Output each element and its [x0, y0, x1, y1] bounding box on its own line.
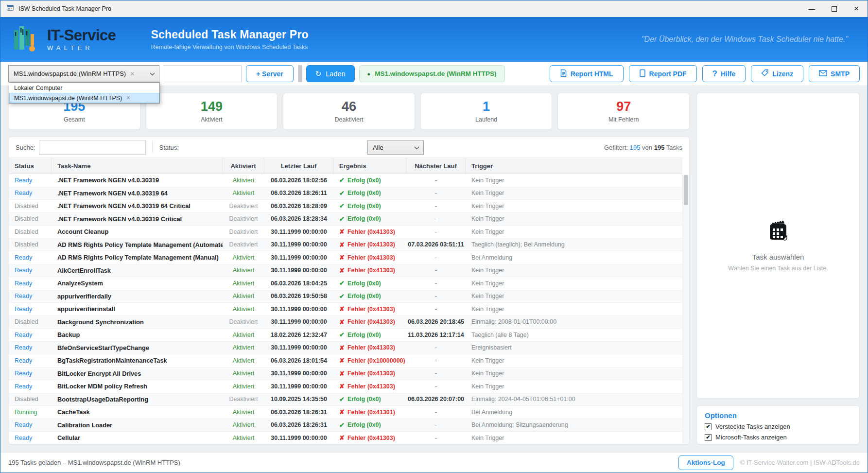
table-row[interactable]: RunningCacheTaskAktiviert06.03.2026 18:2… — [9, 406, 682, 419]
task-result: ✘Fehler (0x41303) — [333, 228, 406, 235]
task-result: ✔Erfolg (0x0) — [333, 190, 406, 197]
remove-server-icon[interactable]: ✕ — [130, 70, 135, 77]
checkbox-versteckte-tasks-anzeigen[interactable]: ✔ — [705, 423, 712, 430]
new-server-input[interactable] — [164, 65, 242, 82]
close-icon[interactable]: × — [845, 0, 868, 17]
task-next-run: - — [406, 435, 466, 441]
task-status: Ready — [9, 190, 52, 196]
table-row[interactable]: ReadyAnalyzeSystemAktiviert06.03.2026 18… — [9, 277, 682, 290]
minimize-icon[interactable]: — — [800, 0, 823, 17]
server-combobox[interactable]: MS1.windowspapst.de (WinRM HTTPS) ✕ — [8, 65, 159, 82]
smtp-label: SMTP — [831, 70, 850, 78]
task-result-text: Fehler (0x41303) — [347, 267, 395, 274]
column-header-task-name[interactable]: Task-Name — [52, 158, 223, 174]
remove-server-icon[interactable]: ✕ — [126, 95, 130, 101]
table-row[interactable]: ReadyBgTaskRegistrationMaintenanceTaskAk… — [9, 354, 682, 368]
stat-value: 149 — [201, 100, 223, 113]
task-last-run: 30.11.1999 00:00:00 — [264, 254, 333, 261]
table-row[interactable]: ReadyCalibration LoaderAktiviert06.03.20… — [9, 419, 682, 432]
status-filter-value: Alle — [373, 144, 383, 151]
table-row[interactable]: DisabledBackground SynchronizationDeakti… — [9, 316, 682, 329]
task-enabled: Aktiviert — [223, 332, 264, 338]
task-result-text: Fehler (0x41303) — [347, 254, 395, 261]
table-row[interactable]: Disabled.NET Framework NGEN v4.0.30319 6… — [9, 200, 682, 213]
task-next-run: - — [406, 370, 466, 377]
smtp-button[interactable]: SMTP — [809, 65, 860, 82]
task-result-text: Fehler (0x41303) — [347, 435, 395, 441]
task-status: Ready — [9, 383, 52, 390]
table-row[interactable]: Ready.NET Framework NGEN v4.0.30319Aktiv… — [9, 174, 682, 187]
table-row[interactable]: ReadyBackupAktiviert18.02.2026 12:32:47✔… — [9, 329, 682, 342]
table-row[interactable]: DisabledAccount CleanupDeaktiviert30.11.… — [9, 226, 682, 239]
add-server-button[interactable]: + Server — [246, 65, 294, 82]
task-name: BitLocker MDM policy Refresh — [52, 383, 223, 390]
task-name: .NET Framework NGEN v4.0.30319 64 Critic… — [52, 202, 223, 210]
table-row[interactable]: ReadyAikCertEnrollTaskAktiviert30.11.199… — [9, 264, 682, 278]
error-cross-icon: ✘ — [339, 318, 345, 326]
task-result-text: Fehler (0x41301) — [347, 409, 395, 416]
statusbar-text: 195 Tasks geladen – MS1.windowspapst.de … — [8, 459, 180, 466]
task-result: ✘Fehler (0x10000000) — [333, 357, 406, 364]
task-next-run: - — [406, 228, 466, 235]
task-result-text: Erfolg (0x0) — [347, 280, 381, 287]
table-row[interactable]: Ready.NET Framework NGEN v4.0.30319 64Ak… — [9, 187, 682, 200]
success-check-icon: ✔ — [339, 202, 345, 210]
task-result: ✘Fehler (0x41301) — [333, 408, 406, 416]
scrollbar-thumb[interactable] — [684, 175, 688, 205]
task-enabled: Deaktiviert — [223, 396, 264, 403]
table-row[interactable]: DisabledBootstrapUsageDataReportingDeakt… — [9, 393, 682, 406]
task-detail-panel: Task auswählen Wählen Sie einen Task aus… — [696, 93, 860, 399]
logo-building-icon — [12, 23, 41, 55]
status-filter-select[interactable]: Alle — [367, 140, 424, 155]
task-trigger: Einmalig: 2024-04-05T01:06:51+01:00 — [466, 396, 682, 403]
lizenz-button[interactable]: Lizenz — [751, 65, 803, 82]
vertical-scrollbar[interactable] — [682, 175, 689, 443]
success-check-icon: ✔ — [339, 176, 345, 184]
task-name: .NET Framework NGEN v4.0.30319 Critical — [52, 215, 223, 223]
success-check-icon: ✔ — [339, 331, 345, 338]
column-header-trigger[interactable]: Trigger — [466, 158, 682, 174]
load-button[interactable]: ↻ Laden — [306, 65, 355, 82]
toolbar-divider — [298, 65, 302, 82]
table-row[interactable]: ReadyBfeOnServiceStartTypeChangeAktivier… — [9, 342, 682, 355]
stat-label: Deaktiviert — [334, 116, 363, 123]
table-row[interactable]: Disabled.NET Framework NGEN v4.0.30319 C… — [9, 213, 682, 226]
task-result-text: Fehler (0x41303) — [347, 344, 395, 351]
action-log-button[interactable]: Aktions-Log — [678, 455, 733, 470]
detail-panel-subtitle: Wählen Sie einen Task aus der Liste. — [728, 265, 828, 272]
error-cross-icon: ✘ — [339, 305, 345, 313]
server-dropdown-item[interactable]: Lokaler Computer — [9, 83, 159, 93]
task-last-run: 06.03.2026 19:50:58 — [264, 293, 333, 299]
column-header-nächster-lauf[interactable]: Nächster Lauf — [406, 158, 466, 174]
task-last-run: 06.03.2026 18:04:25 — [264, 280, 333, 287]
task-last-run: 30.11.1999 00:00:00 — [264, 306, 333, 313]
server-dropdown-item[interactable]: MS1.windowspapst.de (WinRM HTTPS)✕ — [9, 93, 159, 103]
report-pdf-button[interactable]: Report PDF — [629, 65, 697, 82]
task-result: ✔Erfolg (0x0) — [333, 293, 406, 300]
task-enabled: Deaktiviert — [223, 215, 264, 222]
table-row[interactable]: ReadyappuriverifierinstallAktiviert30.11… — [9, 303, 682, 316]
task-status: Ready — [9, 177, 52, 184]
task-trigger: Kein Trigger — [466, 215, 682, 222]
search-input[interactable] — [39, 140, 146, 155]
table-row[interactable]: ReadyCellularAktiviert30.11.1999 00:00:0… — [9, 432, 682, 444]
task-table-card: Suche: Status: Alle Gefiltert: 195 von 1… — [8, 137, 690, 444]
column-header-status[interactable]: Status — [9, 158, 52, 174]
maximize-icon[interactable] — [823, 0, 845, 17]
stat-label: Aktiviert — [201, 116, 222, 123]
task-enabled: Aktiviert — [223, 280, 264, 287]
table-row[interactable]: DisabledAD RMS Rights Policy Template Ma… — [9, 239, 682, 252]
options-panel: Optionen ✔Versteckte Tasks anzeigen✔Micr… — [696, 405, 860, 444]
column-header-letzter-lauf[interactable]: Letzter Lauf — [264, 158, 333, 174]
hilfe-button[interactable]: ?Hilfe — [702, 65, 746, 82]
column-header-aktiviert[interactable]: Aktiviert — [223, 158, 264, 174]
checkbox-microsoft-tasks-anzeigen[interactable]: ✔ — [705, 434, 712, 441]
column-header-ergebnis[interactable]: Ergebnis — [333, 158, 406, 174]
table-row[interactable]: ReadyappuriverifierdailyAktiviert06.03.2… — [9, 290, 682, 303]
task-status: Running — [9, 409, 52, 416]
table-row[interactable]: ReadyBitLocker MDM policy RefreshAktivie… — [9, 380, 682, 393]
table-row[interactable]: ReadyBitLocker Encrypt All DrivesAktivie… — [9, 368, 682, 381]
table-row[interactable]: ReadyAD RMS Rights Policy Template Manag… — [9, 251, 682, 264]
report-html-button[interactable]: Report HTML — [550, 65, 624, 82]
reload-icon: ↻ — [315, 70, 322, 78]
